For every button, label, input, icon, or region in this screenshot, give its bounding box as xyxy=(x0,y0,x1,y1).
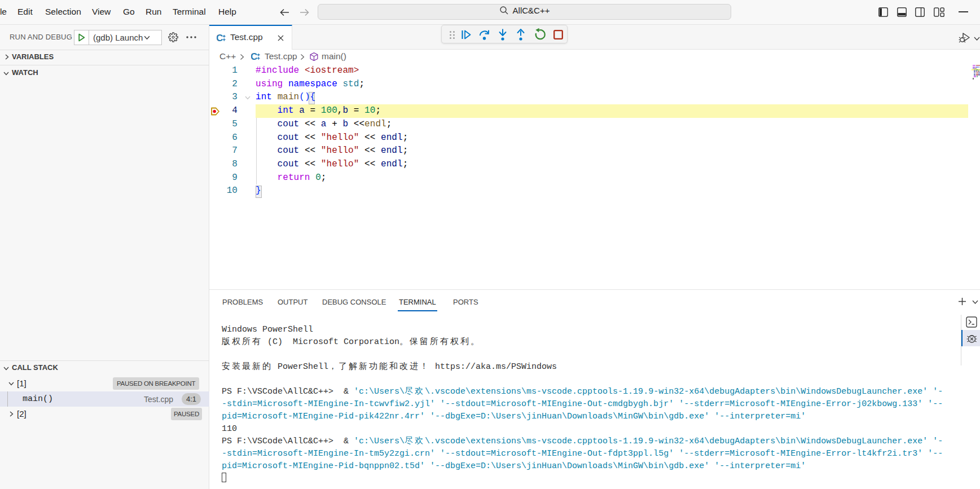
svg-text:C: C xyxy=(251,51,257,61)
svg-text:C: C xyxy=(217,33,223,43)
